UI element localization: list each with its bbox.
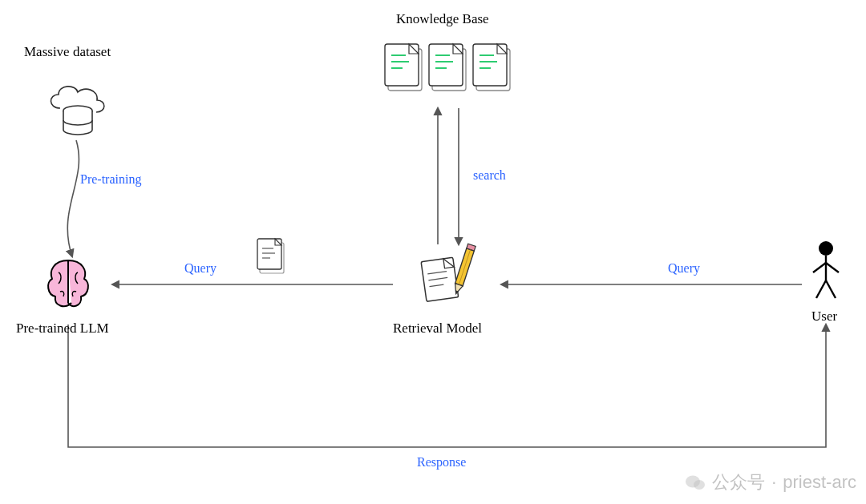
diagram-svg: [0, 0, 866, 504]
search-edge-label: search: [473, 168, 506, 183]
svg-line-32: [813, 263, 826, 272]
knowledge-base-label: Knowledge Base: [396, 11, 489, 27]
documents-icon: [385, 44, 510, 91]
brain-icon: [48, 260, 88, 306]
query-to-llm-edge-label: Query: [184, 261, 216, 276]
svg-line-35: [826, 280, 836, 298]
query-from-user-edge-label: Query: [668, 261, 700, 276]
response-arrow: [68, 325, 826, 447]
cloud-database-icon: [51, 87, 103, 135]
note-pencil-icon: [421, 244, 475, 301]
user-label: User: [811, 308, 837, 325]
svg-line-34: [816, 280, 826, 298]
pretraining-arrow: [67, 140, 79, 256]
massive-dataset-label: Massive dataset: [24, 44, 111, 60]
svg-point-30: [819, 241, 833, 256]
diagram-stage: Massive dataset Knowledge Base Pre-train…: [0, 0, 866, 504]
user-stick-figure-icon: [813, 241, 839, 298]
svg-line-33: [826, 263, 839, 272]
pretraining-edge-label: Pre-training: [80, 172, 141, 187]
response-edge-label: Response: [417, 455, 466, 470]
svg-rect-16: [421, 257, 459, 301]
document-icon: [257, 239, 284, 273]
pretrained-llm-label: Pre-trained LLM: [16, 321, 109, 337]
retrieval-model-label: Retrieval Model: [393, 321, 482, 337]
